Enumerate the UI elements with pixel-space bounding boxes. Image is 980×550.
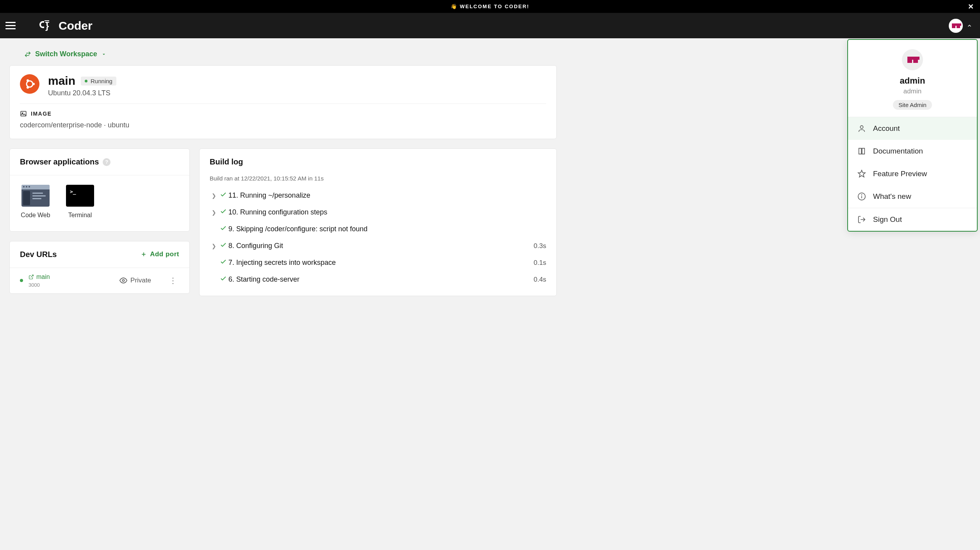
dev-url-privacy: Private: [119, 277, 151, 284]
build-step-label: 7. Injecting secrets into workspace: [228, 259, 534, 267]
build-log-panel: Build log Build ran at 12/22/2021, 10:15…: [199, 148, 557, 296]
build-step[interactable]: ❯10. Running configuration steps: [206, 204, 550, 221]
svg-point-17: [862, 195, 862, 195]
user-menu-item-what-s-new[interactable]: What's new: [848, 185, 977, 208]
user-role-badge: Site Admin: [893, 100, 932, 110]
user-menu: admin admin Site Admin AccountDocumentat…: [847, 39, 978, 232]
chevron-right-icon: ❯: [210, 193, 218, 199]
book-icon: [857, 147, 866, 155]
build-step-time: 0.4s: [534, 276, 546, 284]
topbar: } Coder: [0, 13, 980, 38]
svg-line-11: [31, 275, 33, 277]
user-menu-item-label: Feature Preview: [873, 170, 927, 178]
check-icon: [218, 275, 228, 284]
build-step-time: 0.3s: [534, 242, 546, 250]
status-badge: Running: [81, 77, 116, 86]
svg-point-6: [27, 86, 29, 89]
check-icon: [218, 258, 228, 267]
svg-rect-1: [45, 20, 49, 21]
dev-url-name: main: [36, 273, 50, 280]
chevron-up-icon: [967, 23, 972, 29]
star-icon: [857, 170, 866, 178]
build-step-time: 0.1s: [534, 259, 546, 267]
image-label: IMAGE: [31, 111, 52, 117]
build-step-label: 11. Running ~/personalize: [228, 191, 546, 200]
help-icon[interactable]: ?: [103, 158, 110, 166]
dev-urls-panel: Dev URLs Add port main 3000: [9, 241, 190, 294]
user-menu-item-feature-preview[interactable]: Feature Preview: [848, 162, 977, 185]
welcome-text: WELCOME TO CODER!: [460, 4, 529, 9]
dev-urls-title: Dev URLs: [20, 250, 57, 259]
build-step[interactable]: ❯8. Configuring Git0.3s: [206, 238, 550, 254]
user-menu-item-label: Documentation: [873, 147, 923, 155]
app-terminal[interactable]: >_ Terminal: [64, 185, 96, 220]
svg-point-4: [32, 83, 35, 85]
svg-point-5: [27, 79, 29, 82]
avatar: [949, 19, 963, 33]
chevron-right-icon: ❯: [210, 209, 218, 216]
avatar: [902, 49, 923, 70]
status-dot-icon: [20, 279, 23, 282]
chevron-down-icon: [101, 52, 107, 57]
user-login: admin: [903, 88, 921, 95]
svg-marker-14: [858, 170, 865, 177]
user-menu-item-label: Account: [873, 124, 900, 133]
coder-logo-icon: }: [37, 19, 55, 33]
browser-apps-panel: Browser applications ? Code Web: [9, 148, 190, 232]
close-icon[interactable]: ✕: [968, 3, 975, 10]
status-text: Running: [91, 78, 112, 84]
check-icon: [218, 241, 228, 250]
check-icon: [218, 208, 228, 217]
check-icon: [218, 225, 228, 234]
plus-icon: [141, 251, 147, 257]
workspace-card: main Running Ubuntu 20.04.3 LTS IMAGE co…: [9, 65, 557, 139]
build-step: ❯6. Starting code-server0.4s: [206, 271, 550, 288]
app-code-web[interactable]: Code Web: [20, 185, 51, 220]
hamburger-menu-icon[interactable]: [5, 20, 18, 32]
dev-url-row: main 3000 Private ⋮: [10, 268, 189, 293]
user-name: admin: [900, 76, 925, 86]
app-label: Code Web: [21, 211, 50, 220]
status-dot-icon: [85, 80, 87, 82]
workspace-name: main: [48, 74, 75, 88]
brand-name: Coder: [59, 19, 93, 32]
build-step-label: 8. Configuring Git: [228, 242, 534, 250]
user-menu-item-documentation[interactable]: Documentation: [848, 140, 977, 162]
add-port-label: Add port: [150, 250, 179, 258]
ubuntu-logo-icon: [20, 74, 39, 94]
image-icon: [20, 110, 27, 117]
image-value: codercom/enterprise-node · ubuntu: [20, 121, 546, 129]
chevron-right-icon: ❯: [210, 243, 218, 249]
sign-out-icon: [857, 215, 866, 224]
app-label: Terminal: [68, 211, 92, 220]
build-step-label: 9. Skipping /coder/configure: script not…: [228, 225, 546, 233]
dev-url-link[interactable]: main: [29, 273, 50, 280]
user-menu-item-account[interactable]: Account: [848, 117, 977, 140]
svg-point-12: [123, 280, 125, 282]
svg-point-13: [860, 126, 863, 129]
build-step-label: 6. Starting code-server: [228, 275, 534, 284]
welcome-bar: 👋 WELCOME TO CODER! ✕: [0, 0, 980, 13]
external-link-icon: [29, 274, 34, 280]
sign-out-label: Sign Out: [873, 215, 902, 224]
eye-icon: [119, 277, 127, 284]
svg-rect-2: [45, 22, 49, 23]
code-editor-icon: [21, 185, 50, 207]
add-port-button[interactable]: Add port: [141, 250, 179, 258]
check-icon: [218, 191, 228, 200]
build-log-title: Build log: [210, 157, 243, 166]
svg-point-3: [27, 81, 33, 87]
workspace-os: Ubuntu 20.04.3 LTS: [48, 89, 116, 97]
build-step[interactable]: ❯11. Running ~/personalize: [206, 187, 550, 204]
switch-workspace-button[interactable]: Switch Workspace: [24, 50, 107, 58]
account-icon: [857, 124, 866, 133]
build-step: ❯7. Injecting secrets into workspace0.1s: [206, 254, 550, 271]
brand[interactable]: } Coder: [37, 19, 93, 33]
kebab-menu-icon[interactable]: ⋮: [167, 276, 179, 285]
sign-out-button[interactable]: Sign Out: [848, 208, 977, 231]
wave-emoji: 👋: [451, 4, 458, 9]
swap-icon: [24, 51, 31, 58]
build-log-meta: Build ran at 12/22/2021, 10:15:52 AM in …: [200, 175, 556, 186]
user-menu-button[interactable]: [949, 19, 972, 33]
dev-url-port: 3000: [29, 282, 119, 288]
